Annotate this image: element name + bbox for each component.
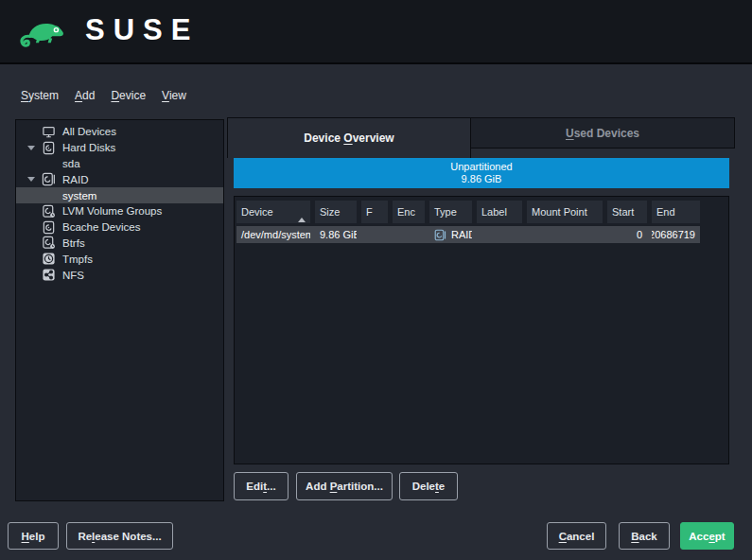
column-header-size[interactable]: Size [315, 201, 357, 223]
tree-item-system[interactable]: system [16, 187, 223, 203]
table-row[interactable]: /dev/md/system 9.86 GiB RAID 0 20686719 [236, 226, 700, 243]
bcache-icon [41, 219, 56, 235]
column-header-label[interactable]: Label [477, 201, 522, 223]
tree-item-hard-disks[interactable]: Hard Disks [16, 140, 223, 156]
expand-arrow-icon[interactable] [22, 177, 41, 182]
column-header-type[interactable]: Type [429, 201, 472, 223]
tree-item-all-devices[interactable]: All Devices [16, 124, 223, 140]
tree-item-sda[interactable]: sda [16, 156, 223, 172]
unpartitioned-region-bar[interactable]: Unpartitioned 9.86 GiB [234, 158, 729, 188]
clock-icon [41, 252, 56, 267]
back-button[interactable]: Back [619, 522, 670, 550]
tab-device-overview[interactable]: Device Overview [227, 117, 471, 158]
cell-size: 9.86 GiB [315, 226, 357, 243]
column-header-start[interactable]: Start [607, 201, 647, 223]
tree-item-label: All Devices [62, 126, 116, 137]
raid-icon [41, 172, 56, 187]
table-header-row: Device Size F Enc Type Label Mount Point… [236, 201, 700, 223]
raid-type-icon [434, 229, 446, 241]
column-header-device[interactable]: Device [236, 201, 310, 223]
unpartitioned-size: 9.86 GiB [462, 173, 502, 186]
tree-item-label: Btrfs [62, 237, 85, 249]
accept-button[interactable]: Accept [680, 522, 734, 550]
tree-item-label: NFS [62, 270, 84, 281]
tab-used-devices[interactable]: Used Devices [470, 117, 735, 149]
menubar: System Add Device View [19, 87, 188, 104]
expand-arrow-icon[interactable] [22, 146, 41, 150]
device-tree: All Devices Hard Disks sda RAID [15, 119, 224, 501]
column-header-f[interactable]: F [361, 201, 388, 223]
cell-f [361, 226, 388, 243]
tree-item-raid[interactable]: RAID [16, 171, 223, 187]
tree-item-label: system [62, 190, 96, 201]
tree-item-label: RAID [62, 174, 88, 185]
cell-end: 20686719 [652, 226, 700, 243]
cell-type: RAID [429, 226, 472, 243]
menu-system[interactable]: System [19, 88, 61, 103]
tree-item-label: Bcache Devices [62, 221, 140, 233]
cell-label [477, 226, 522, 243]
lvm-icon [41, 203, 56, 219]
tree-item-btrfs[interactable]: Btrfs [16, 236, 223, 252]
tree-item-label: Tmpfs [62, 254, 93, 265]
btrfs-icon [41, 236, 56, 251]
release-notes-button[interactable]: Release Notes... [66, 522, 173, 550]
tree-item-bcache-devices[interactable]: Bcache Devices [16, 219, 223, 236]
cell-enc [393, 226, 425, 243]
menu-add[interactable]: Add [73, 88, 96, 103]
cancel-button[interactable]: Cancel [547, 522, 606, 550]
tree-item-label: sda [62, 158, 80, 169]
titlebar: SUSE [0, 0, 752, 64]
share-icon [41, 268, 56, 283]
tree-item-nfs[interactable]: NFS [16, 267, 223, 283]
monitor-icon [41, 124, 56, 139]
cell-start: 0 [607, 226, 647, 243]
column-header-end[interactable]: End [652, 201, 700, 223]
tree-item-label: Hard Disks [62, 142, 115, 153]
sort-ascending-icon [298, 206, 306, 218]
hard-disk-icon [41, 140, 56, 155]
tree-item-lvm-volume-groups[interactable]: LVM Volume Groups [16, 203, 223, 219]
help-button[interactable]: Help [8, 522, 59, 550]
cell-device: /dev/md/system [236, 226, 310, 243]
suse-chameleon-logo-icon [17, 12, 74, 50]
tree-item-label: LVM Volume Groups [62, 205, 162, 217]
unpartitioned-label: Unpartitioned [450, 161, 512, 174]
cell-mount-point [527, 226, 603, 243]
edit-button[interactable]: Edit... [234, 472, 289, 500]
column-header-mount-point[interactable]: Mount Point [527, 201, 603, 223]
add-partition-button[interactable]: Add Partition... [296, 472, 393, 500]
menu-view[interactable]: View [160, 88, 188, 103]
tree-item-tmpfs[interactable]: Tmpfs [16, 251, 223, 267]
menu-device[interactable]: Device [109, 88, 148, 103]
partitions-table: Device Size F Enc Type Label Mount Point… [234, 196, 729, 464]
suse-wordmark: SUSE [85, 13, 199, 47]
column-header-enc[interactable]: Enc [393, 201, 425, 223]
delete-button[interactable]: Delete [399, 472, 458, 500]
